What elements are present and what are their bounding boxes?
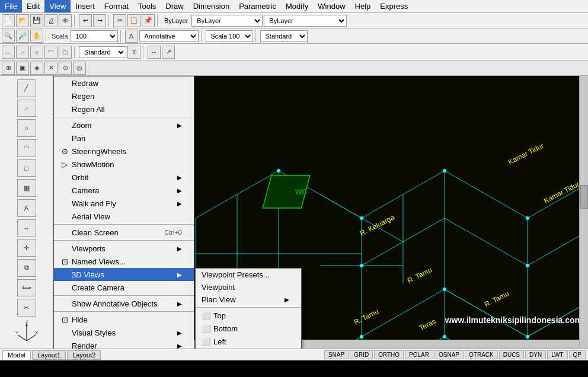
scala2-dropdown[interactable]: Scala 100 [206, 30, 253, 42]
menu-tools[interactable]: Tools [133, 0, 161, 12]
menu-item-redraw[interactable]: Redraw [54, 76, 194, 90]
tb-redo[interactable]: ↪ [93, 14, 106, 27]
tool-move[interactable]: ✛ [17, 239, 36, 257]
btn-snap[interactable]: SNAP [324, 350, 349, 359]
tb-print[interactable]: 🖨 [44, 14, 57, 27]
menu-insert[interactable]: Insert [71, 0, 100, 12]
standard-dropdown[interactable]: Standard [260, 30, 308, 42]
btn-otrack[interactable]: OTRACK [465, 350, 498, 359]
scala-dropdown[interactable]: 100 [71, 30, 118, 42]
tool-mirror[interactable]: ⟺ [17, 279, 36, 297]
submenu-right[interactable]: ⬜ Right [196, 348, 301, 349]
menu-item-camera[interactable]: Camera ▶ [54, 184, 194, 197]
btn-grid[interactable]: GRID [350, 350, 373, 359]
menu-item-viewports[interactable]: Viewports ▶ [54, 242, 194, 255]
tool-pline[interactable]: ⟋ [17, 100, 36, 117]
annotative-dropdown[interactable]: Annotative [139, 30, 199, 42]
tool-dim[interactable]: ↔ [17, 219, 36, 237]
btn-ortho[interactable]: ORTHO [374, 350, 404, 359]
tb-pline[interactable]: ⟋ [16, 46, 29, 59]
tb-dim-linear[interactable]: ↔ [148, 46, 161, 59]
tool-rect[interactable]: □ [17, 159, 36, 177]
tb-quadrant[interactable]: ◎ [73, 62, 86, 75]
menu-edit[interactable]: Edit [22, 0, 44, 12]
menu-item-aerial-view[interactable]: Aerial View [54, 210, 194, 223]
menu-item-orbit[interactable]: Orbit ▶ [54, 171, 194, 184]
tb-text[interactable]: T [127, 46, 140, 59]
tb-cut[interactable]: ✂ [113, 14, 126, 27]
tb-circle[interactable]: ○ [30, 46, 43, 59]
btn-qp[interactable]: QP [569, 350, 586, 359]
standard2-dropdown[interactable]: Standard [79, 46, 126, 58]
menu-item-3d-views[interactable]: 3D Views ▶ Viewpoint Presets... Viewpoin… [54, 268, 194, 281]
linetype-dropdown[interactable]: ByLayer [264, 15, 347, 27]
menu-item-pan[interactable]: Pan [54, 132, 194, 145]
menu-draw[interactable]: Draw [161, 0, 188, 12]
tb-rect[interactable]: □ [59, 46, 72, 59]
menu-help[interactable]: Help [350, 0, 376, 12]
menu-item-zoom[interactable]: Zoom ▶ [54, 119, 194, 132]
menu-item-clean-screen[interactable]: Clean Screen Ctrl+0 [54, 226, 194, 239]
tb-new[interactable]: 📄 [2, 14, 15, 27]
tb-paste[interactable]: 📌 [142, 14, 155, 27]
btn-osnap[interactable]: OSNAP [434, 350, 464, 359]
submenu-viewpoint-presets[interactable]: Viewpoint Presets... [196, 269, 301, 281]
menu-item-render[interactable]: Render ▶ [54, 339, 194, 349]
tb-snap[interactable]: ⊕ [2, 62, 15, 75]
menu-item-steeringwheels[interactable]: ⊙ SteeringWheels [54, 145, 194, 158]
tab-model[interactable]: Model [2, 350, 31, 360]
tb-center[interactable]: ⊙ [59, 62, 72, 75]
menu-express[interactable]: Express [375, 0, 413, 12]
btn-polar[interactable]: POLAR [405, 350, 433, 359]
menu-item-regen-all[interactable]: Regen All [54, 103, 194, 116]
menu-item-visual-styles[interactable]: Visual Styles ▶ [54, 326, 194, 339]
menu-item-named-views[interactable]: ⊡ Named Views... [54, 255, 194, 268]
tool-trim[interactable]: ✂ [17, 299, 36, 317]
submenu-left[interactable]: ⬜ Left [196, 335, 301, 348]
menu-modify[interactable]: Modify [281, 0, 313, 12]
menu-item-regen[interactable]: Regen [54, 90, 194, 103]
btn-lwt[interactable]: LWT [547, 350, 567, 359]
tab-layout2[interactable]: Layout2 [67, 350, 101, 360]
submenu-viewpoint[interactable]: Viewpoint [196, 281, 301, 293]
submenu-bottom[interactable]: ⬜ Bottom [196, 322, 301, 335]
bylayer-dropdown[interactable]: ByLayer [191, 15, 263, 27]
vertical-scrollbar[interactable] [579, 76, 588, 349]
tb-pan-realtime[interactable]: ✋ [30, 30, 43, 43]
menu-file[interactable]: File [0, 0, 22, 12]
menu-format[interactable]: Format [100, 0, 133, 12]
menu-dimension[interactable]: Dimension [188, 0, 234, 12]
tb-arc[interactable]: ◠ [44, 46, 57, 59]
tb-endpoint[interactable]: ▣ [16, 62, 29, 75]
tb-undo[interactable]: ↩ [79, 14, 92, 27]
tool-arc[interactable]: ◠ [17, 139, 36, 157]
menu-item-hide[interactable]: ⊡ Hide [54, 313, 194, 326]
menu-view[interactable]: View [44, 0, 71, 12]
tool-text[interactable]: A [17, 199, 36, 217]
submenu-top[interactable]: ⬜ Top [196, 309, 301, 322]
tool-copy[interactable]: ⧉ [17, 259, 36, 277]
tb-preview[interactable]: 👁 [59, 14, 72, 27]
menu-item-showmotion[interactable]: ▷ ShowMotion [54, 158, 194, 171]
tool-hatch[interactable]: ▦ [17, 179, 36, 197]
tb-annotative[interactable]: A [125, 30, 138, 43]
tb-midpoint[interactable]: ◈ [30, 62, 43, 75]
submenu-plan-view[interactable]: Plan View ▶ [196, 293, 301, 306]
tb-copy[interactable]: 📋 [127, 14, 140, 27]
menu-item-show-annotative[interactable]: Show Annotative Objects ▶ [54, 297, 194, 310]
btn-dyn[interactable]: DYN [525, 350, 546, 359]
tb-intersection[interactable]: ✕ [44, 62, 57, 75]
btn-ducs[interactable]: DUCS [499, 350, 524, 359]
menu-item-walk-fly[interactable]: Walk and Fly ▶ [54, 197, 194, 210]
menu-item-create-camera[interactable]: Create Camera [54, 281, 194, 294]
tb-save[interactable]: 💾 [30, 14, 43, 27]
tb-dim-align[interactable]: ↗ [162, 46, 175, 59]
tool-line[interactable]: ╱ [17, 79, 36, 97]
tb-zoom-realtime[interactable]: 🔍 [2, 30, 15, 43]
tb-open[interactable]: 📂 [16, 14, 29, 27]
menu-parametric[interactable]: Parametric [234, 0, 281, 12]
menu-window[interactable]: Window [313, 0, 350, 12]
canvas-area[interactable]: WC 4.40 3.0 R. Keluarga R. Tamu R. Tamu … [53, 76, 588, 349]
tb-zoom-previous[interactable]: 🔎 [16, 30, 29, 43]
tb-line[interactable]: — [2, 46, 15, 59]
